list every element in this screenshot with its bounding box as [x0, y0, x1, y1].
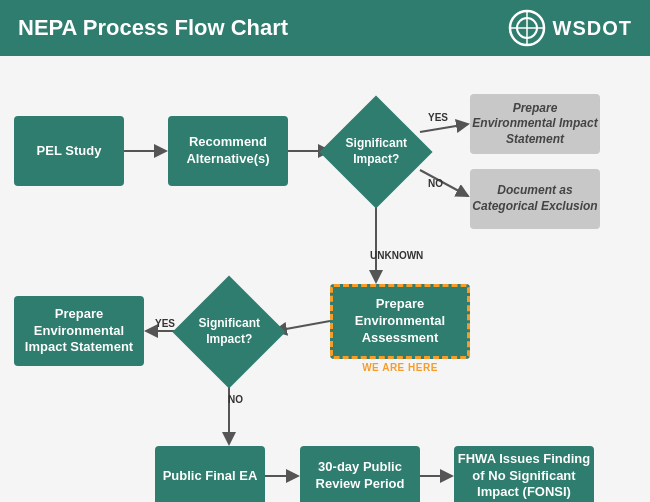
fhwa-issues-node: FHWA Issues Finding of No Significant Im…	[454, 446, 594, 502]
recommend-alternatives-node: Recommend Alternative(s)	[168, 116, 288, 186]
public-ea-node: Public Final EA	[155, 446, 265, 502]
no1-label: NO	[428, 178, 443, 189]
review-period-node: 30-day Public Review Period	[300, 446, 420, 502]
wsdot-logo-icon	[508, 9, 546, 47]
significant-impact-1-node: Significant Impact?	[332, 108, 420, 196]
no2-label: NO	[228, 394, 243, 405]
doc-cat-ex-node: Document as Categorical Exclusion	[470, 169, 600, 229]
we-are-here-label: WE ARE HERE	[362, 361, 438, 374]
header: NEPA Process Flow Chart WSDOT	[0, 0, 650, 56]
unknown-label: UNKNOWN	[370, 250, 423, 261]
svg-line-7	[420, 124, 468, 132]
main-content: PEL Study Recommend Alternative(s) Signi…	[0, 56, 650, 502]
yes1-label: YES	[428, 112, 448, 123]
prepare-ea-node: Prepare Environmental Assessment WE ARE …	[330, 284, 470, 359]
wsdot-text: WSDOT	[553, 17, 632, 40]
pel-study-node: PEL Study	[14, 116, 124, 186]
prepare-eis-green-node: Prepare Environmental Impact Statement	[14, 296, 144, 366]
prepare-eis-gray-node: Prepare Environmental Impact Statement	[470, 94, 600, 154]
wsdot-logo: WSDOT	[508, 9, 632, 47]
significant-impact-2-node: Significant Impact?	[185, 288, 273, 376]
page-title: NEPA Process Flow Chart	[18, 15, 288, 41]
yes2-label: YES	[155, 318, 175, 329]
